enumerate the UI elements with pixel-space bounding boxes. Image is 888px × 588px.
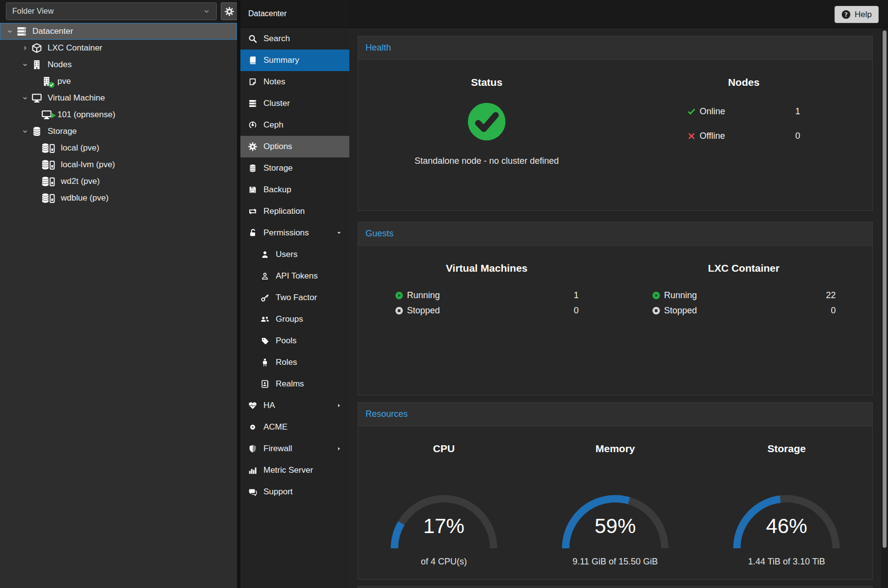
nav-item-api-tokens[interactable]: API Tokens [240, 265, 349, 287]
nav-item-summary[interactable]: Summary [240, 50, 349, 71]
nav-item-cluster[interactable]: Cluster [240, 93, 349, 114]
guest-state-label: Running [664, 290, 697, 301]
nav-item-ceph[interactable]: Ceph [240, 114, 349, 136]
view-selector[interactable]: Folder View [6, 2, 217, 20]
cluster-status-message: Standalone node - no cluster defined [358, 156, 615, 166]
nav-item-options[interactable]: Options [240, 136, 349, 157]
proxmox-app: Folder View DatacenterLXC ContainerNodes… [0, 0, 888, 588]
resources-panel: Resources CPU17%of 4 CPU(s)Memory59%9.11… [358, 402, 873, 580]
tree-item-label: 101 (opnsense) [57, 110, 115, 120]
svg-text:?: ? [844, 11, 848, 18]
guest-count: 1 [574, 290, 578, 301]
tree-item-label: Storage [48, 127, 77, 136]
tree-item-virtual-machine[interactable]: Virtual Machine [0, 90, 237, 106]
tree-item-101-opnsense[interactable]: 101 (opnsense) [0, 106, 237, 123]
health-panel: Health Status Standalone node - no clust… [358, 36, 873, 211]
tree-item-datacenter[interactable]: Datacenter [0, 23, 237, 40]
nav-item-users[interactable]: Users [240, 244, 349, 265]
tree-item-storage[interactable]: Storage [0, 123, 237, 140]
database-hdd-icon [41, 142, 55, 154]
nav-item-ha[interactable]: HA [240, 395, 349, 416]
tree-item-local-pve[interactable]: local (pve) [0, 140, 237, 156]
tree-item-pve[interactable]: pve [0, 73, 237, 90]
tree-item-lxc-container[interactable]: LXC Container [0, 40, 237, 56]
bar-chart-icon [248, 466, 257, 475]
nav-item-replication[interactable]: Replication [240, 201, 349, 222]
nav-item-label: Options [263, 142, 292, 152]
nav-item-groups[interactable]: Groups [240, 308, 349, 330]
nav-item-search[interactable]: Search [240, 28, 349, 50]
nav-item-backup[interactable]: Backup [240, 179, 349, 201]
panel-divider [237, 0, 240, 588]
certificate-icon [248, 423, 257, 432]
chevron-down-icon[interactable] [22, 61, 31, 69]
nav-item-firewall[interactable]: Firewall [240, 438, 349, 460]
nav-item-two-factor[interactable]: Two Factor [240, 287, 349, 308]
node-status-row-online: Online1 [687, 99, 800, 124]
guest-count: 0 [831, 306, 836, 316]
chevron-down-icon[interactable] [6, 27, 16, 35]
shield-icon [248, 444, 257, 453]
book-icon [248, 56, 257, 65]
memory-gauge-column: Memory59%9.11 GiB of 15.50 GiB [529, 426, 701, 567]
cpu-gauge-percent: 17% [388, 514, 500, 538]
gear-icon [248, 142, 257, 151]
tree-item-nodes[interactable]: Nodes [0, 56, 237, 73]
vertical-scrollbar [881, 28, 888, 588]
chevron-down-icon[interactable] [22, 94, 31, 102]
comments-icon [248, 487, 257, 496]
guest-state-label: Stopped [664, 306, 697, 316]
nav-item-storage[interactable]: Storage [240, 157, 349, 179]
database-hdd-icon [41, 192, 55, 204]
vm-stopped-row: Stopped0 [395, 303, 579, 318]
resource-tree-panel: Folder View DatacenterLXC ContainerNodes… [0, 0, 237, 588]
node-status-label: Online [700, 106, 725, 117]
vm-guest-rows: Running1Stopped0 [395, 288, 579, 318]
play-circle-icon [395, 291, 403, 300]
vm-guests-title: Virtual Machines [358, 262, 615, 274]
database-hdd-icon [41, 176, 55, 187]
caret-down-icon [336, 230, 342, 236]
nav-item-support[interactable]: Support [240, 481, 349, 503]
nav-item-label: Notes [263, 77, 285, 87]
nodes-column: Nodes Online1Offline0 [615, 60, 872, 166]
nav-item-permissions[interactable]: Permissions [240, 222, 349, 244]
chevron-right-icon[interactable] [22, 44, 31, 52]
tree-item-local-lvm-pve[interactable]: local-lvm (pve) [0, 156, 237, 173]
summary-content: ? Help Health Status Standalone node - n… [349, 0, 888, 588]
vm-guests-column: Virtual MachinesRunning1Stopped0 [358, 246, 615, 318]
nav-item-acme[interactable]: ACME [240, 416, 349, 438]
server-icon [16, 26, 27, 37]
memory-gauge-percent: 59% [559, 514, 672, 538]
chevron-down-icon[interactable] [22, 128, 31, 135]
nav-item-metric-server[interactable]: Metric Server [240, 460, 349, 481]
health-panel-header: Health [358, 36, 872, 60]
scrollbar-thumb[interactable] [883, 30, 887, 548]
desktop-icon [41, 109, 52, 121]
tree-item-wdblue-pve[interactable]: wdblue (pve) [0, 190, 237, 206]
tree-item-wd2t-pve[interactable]: wd2t (pve) [0, 173, 237, 190]
help-button[interactable]: ? Help [835, 6, 879, 23]
nav-item-label: Storage [263, 163, 293, 173]
nav-item-realms[interactable]: Realms [240, 373, 349, 395]
nav-item-label: Summary [263, 55, 299, 65]
caret-right-icon [336, 445, 342, 452]
nav-item-pools[interactable]: Pools [240, 330, 349, 352]
cpu-gauge-caption: of 4 CPU(s) [358, 557, 529, 567]
nav-item-notes[interactable]: Notes [240, 71, 349, 93]
nav-item-label: Search [263, 34, 290, 44]
cpu-gauge-title: CPU [358, 443, 529, 455]
content-topbar: ? Help [349, 0, 888, 28]
node-status-count: 0 [795, 131, 800, 141]
check-circle-icon [466, 101, 507, 142]
nav-item-label: ACME [263, 422, 287, 432]
tree-settings-button[interactable] [221, 2, 237, 20]
nav-item-label: Cluster [263, 99, 290, 108]
database-icon [248, 164, 257, 173]
nav-item-label: Support [263, 487, 293, 497]
nav-item-roles[interactable]: Roles [240, 352, 349, 373]
help-button-label: Help [855, 10, 872, 20]
guests-panel: Guests Virtual MachinesRunning1Stopped0L… [358, 222, 873, 395]
nav-item-label: Roles [276, 358, 297, 367]
search-icon [248, 34, 257, 43]
